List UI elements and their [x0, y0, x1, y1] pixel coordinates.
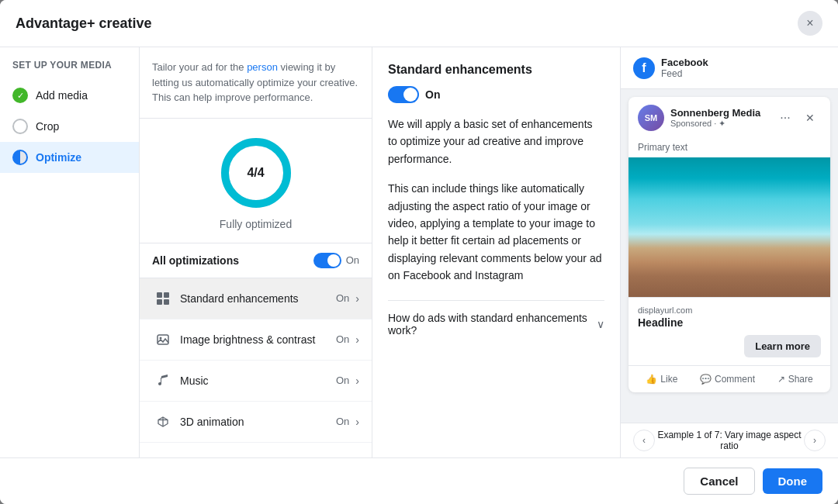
- close-button[interactable]: ×: [798, 11, 822, 36]
- chevron-right-icon: ›: [355, 416, 359, 428]
- svg-rect-2: [157, 292, 162, 298]
- middle-panel: Tailor your ad for the person viewing it…: [140, 47, 372, 457]
- check-circle-icon: ✓: [12, 88, 28, 103]
- faq-question-text: How do ads with standard enhancements wo…: [388, 312, 597, 337]
- opt-item-status: On: [336, 292, 349, 304]
- chevron-right-icon: ›: [355, 375, 359, 387]
- ad-actions-row: 👍 Like 💬 Comment ↗ Share: [628, 365, 830, 392]
- sidebar-item-label: Crop: [36, 120, 59, 133]
- donut-container: 4/4 Fully optimized: [140, 119, 372, 243]
- share-label: Share: [788, 374, 813, 385]
- opt-item-brightness[interactable]: Image brightness & contrast On ›: [140, 319, 372, 361]
- person-link[interactable]: person: [247, 61, 278, 73]
- all-optimizations-label: All optimizations: [152, 254, 239, 267]
- svg-rect-3: [164, 292, 169, 298]
- sidebar-title: Set up your media: [0, 60, 139, 80]
- ad-close-button[interactable]: ✕: [799, 107, 821, 129]
- info-toggle[interactable]: [388, 86, 419, 103]
- sidebar-item-label: Optimize: [36, 151, 81, 164]
- share-icon: ↗: [777, 374, 785, 385]
- sidebar-item-add-media[interactable]: ✓ Add media: [0, 80, 139, 111]
- ad-footer: displayurl.com Headline Learn more: [628, 297, 830, 365]
- sidebar-item-crop[interactable]: Crop: [0, 111, 139, 142]
- info-detail: This can include things like automatical…: [388, 180, 604, 284]
- opt-item-label: Music: [180, 375, 336, 387]
- sidebar: Set up your media ✓ Add media Crop: [0, 47, 140, 457]
- ad-more-button[interactable]: ···: [774, 107, 796, 129]
- donut-value: 4/4: [247, 166, 264, 180]
- threed-icon: [152, 411, 174, 433]
- platform-type: Feed: [661, 68, 708, 79]
- advertiser-meta: Sponsored · ✦: [670, 119, 768, 129]
- info-description: We will apply a basic set of enhancement…: [388, 116, 604, 167]
- advertiser-avatar: SM: [638, 105, 664, 131]
- modal-overlay: Advantage+ creative × Set up your media …: [0, 0, 838, 504]
- optimization-list: Standard enhancements On › Image b: [140, 278, 372, 458]
- ad-cta-row: Learn more: [638, 335, 821, 357]
- platform-name: Facebook: [661, 57, 708, 68]
- opt-item-label: Image brightness & contrast: [180, 333, 336, 346]
- music-icon: [152, 370, 174, 392]
- comment-icon: 💬: [700, 374, 712, 385]
- advertiser-info: Sonnenberg Media Sponsored · ✦: [670, 107, 768, 129]
- all-optimizations-row: All optimizations On: [140, 243, 372, 278]
- opt-item-label: Standard enhancements: [180, 292, 336, 305]
- info-panel: Standard enhancements On We will apply a…: [372, 47, 621, 457]
- next-example-button[interactable]: ›: [804, 430, 826, 451]
- opt-item-music[interactable]: Music On ›: [140, 361, 372, 402]
- sidebar-item-label: Add media: [36, 89, 88, 102]
- like-label: Like: [660, 374, 677, 385]
- preview-nav: ‹ Example 1 of 7: Vary image aspect rati…: [621, 423, 838, 457]
- svg-rect-6: [158, 335, 168, 344]
- info-title: Standard enhancements: [388, 63, 604, 77]
- done-button[interactable]: Done: [763, 468, 823, 494]
- modal-body: Set up your media ✓ Add media Crop: [0, 47, 838, 457]
- half-circle-icon: [12, 150, 28, 165]
- donut-label: Fully optimized: [220, 218, 292, 230]
- donut-chart: 4/4: [217, 134, 295, 212]
- prev-example-button[interactable]: ‹: [633, 430, 655, 451]
- ad-headline: Headline: [638, 316, 821, 329]
- info-toggle-label: On: [425, 88, 440, 101]
- like-button[interactable]: 👍 Like: [639, 371, 684, 388]
- middle-description: Tailor your ad for the person viewing it…: [140, 47, 372, 119]
- sidebar-item-optimize[interactable]: Optimize: [0, 142, 139, 173]
- svg-rect-5: [164, 299, 169, 305]
- preview-header: f Facebook Feed: [621, 47, 838, 89]
- modal-footer: Cancel Done: [0, 457, 838, 504]
- like-icon: 👍: [646, 374, 657, 385]
- opt-item-status: On: [336, 375, 349, 386]
- opt-item-status: On: [336, 416, 349, 427]
- ad-image: [628, 157, 830, 297]
- modal-title: Advantage+ creative: [16, 16, 152, 32]
- grid-icon: [152, 288, 174, 309]
- faq-item: How do ads with standard enhancements wo…: [388, 300, 604, 337]
- learn-more-button[interactable]: Learn more: [744, 335, 821, 357]
- all-optimizations-toggle-row: On: [313, 253, 359, 268]
- all-optimizations-toggle-label: On: [346, 254, 359, 266]
- ad-card-header: SM Sonnenberg Media Sponsored · ✦ ··· ✕: [628, 97, 830, 139]
- opt-item-3d[interactable]: 3D animation On ›: [140, 402, 372, 443]
- primary-text-label: Primary text: [628, 139, 830, 157]
- preview-nav-label: Example 1 of 7: Vary image aspect ratio: [655, 430, 804, 451]
- preview-platform: Facebook Feed: [661, 57, 708, 79]
- middle-desc-text: Tailor your ad for the person viewing it…: [152, 60, 359, 105]
- ad-card-actions: ··· ✕: [774, 107, 821, 129]
- chevron-right-icon: ›: [355, 292, 359, 305]
- info-toggle-row: On: [388, 86, 604, 103]
- chevron-right-icon: ›: [355, 333, 359, 346]
- preview-panel: f Facebook Feed SM Sonnenberg Media Spon…: [621, 47, 838, 457]
- circle-outline-icon: [12, 119, 28, 134]
- opt-item-standard[interactable]: Standard enhancements On ›: [140, 278, 372, 319]
- advertiser-initials: SM: [645, 113, 658, 123]
- beach-image: [628, 157, 830, 297]
- comment-button[interactable]: 💬 Comment: [694, 371, 761, 388]
- cancel-button[interactable]: Cancel: [684, 468, 754, 495]
- svg-rect-4: [157, 299, 162, 305]
- share-button[interactable]: ↗ Share: [771, 371, 819, 388]
- chevron-down-icon: ∨: [597, 318, 604, 330]
- ad-url: displayurl.com: [638, 306, 821, 315]
- faq-question[interactable]: How do ads with standard enhancements wo…: [388, 312, 604, 337]
- advertiser-name: Sonnenberg Media: [670, 107, 768, 119]
- all-optimizations-toggle[interactable]: [313, 253, 341, 268]
